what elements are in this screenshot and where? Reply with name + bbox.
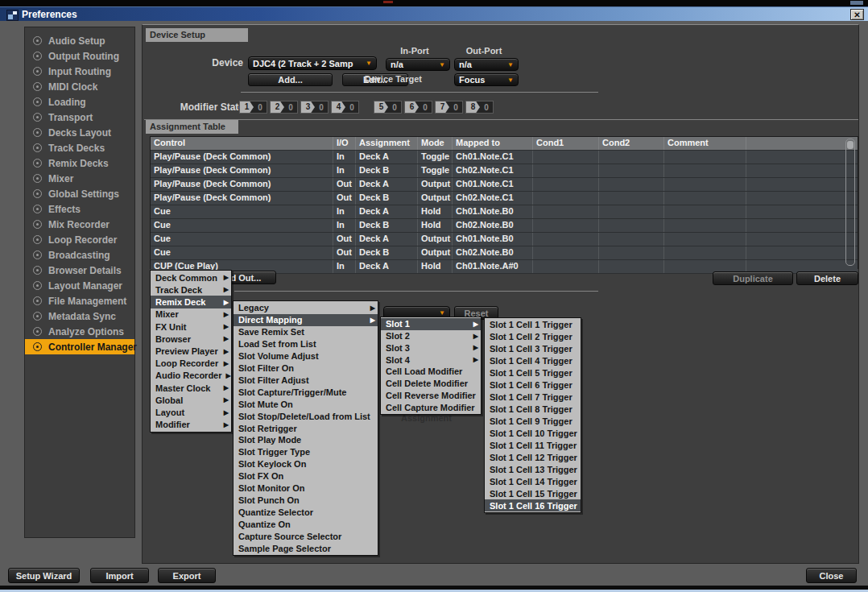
menu-item[interactable]: Slot Capture/Trigger/Mute — [234, 386, 378, 398]
modifier-state-widget[interactable]: 3 0 — [300, 101, 329, 114]
in-port-dropdown[interactable]: n/a ▼ — [386, 58, 450, 71]
menu-item[interactable]: Remix Deck — [151, 296, 231, 308]
menu-item[interactable]: Cell Load Modifier — [381, 366, 481, 378]
menu-item[interactable]: Legacy — [234, 302, 378, 314]
sidebar-item[interactable]: Controller Manager — [25, 339, 134, 354]
menu-item[interactable]: Deck Common — [151, 271, 231, 284]
menu-item[interactable]: Slot FX On — [234, 470, 378, 482]
scrollbar-thumb[interactable] — [847, 141, 854, 149]
sidebar-item[interactable]: Mixer — [25, 171, 134, 186]
column-header[interactable]: Mode — [418, 137, 453, 150]
menu-item[interactable]: Slot 1 Cell 13 Trigger — [485, 463, 581, 475]
menu-item[interactable]: Slot 1 Cell 1 Trigger — [485, 319, 581, 331]
menu-item[interactable]: Slot 2 — [381, 330, 481, 342]
menu-item[interactable]: Browser — [151, 333, 231, 345]
add-device-button[interactable]: Add... — [248, 73, 333, 86]
import-button[interactable]: Import — [90, 568, 149, 583]
modifier-state-widget[interactable]: 6 0 — [404, 101, 432, 114]
menu-item[interactable]: Load Set from List — [234, 338, 378, 350]
table-scrollbar[interactable] — [845, 139, 855, 266]
column-header[interactable]: Cond1 — [533, 137, 599, 150]
sidebar-item[interactable]: Mix Recorder — [25, 217, 134, 232]
table-row[interactable]: Play/Pause (Deck Common) In Deck A Toggl… — [151, 151, 858, 164]
menu-item[interactable]: Slot 1 Cell 11 Trigger — [485, 439, 581, 451]
menu-item[interactable]: Quantize Selector — [234, 506, 378, 518]
table-row[interactable]: Play/Pause (Deck Common) Out Deck B Outp… — [151, 192, 858, 205]
menu-item[interactable]: Track Deck — [151, 284, 231, 296]
menu-item[interactable]: Save Remix Set — [234, 326, 378, 338]
duplicate-button[interactable]: Duplicate — [713, 271, 793, 285]
delete-button[interactable]: Delete — [796, 271, 858, 285]
menu-item[interactable]: Slot Keylock On — [234, 458, 378, 470]
modifier-state-widget[interactable]: 4 0 — [331, 101, 359, 114]
menu-item[interactable]: Slot Mute On — [234, 398, 378, 410]
sidebar-item[interactable]: MIDI Clock — [25, 79, 134, 94]
close-window-button[interactable]: ✕ — [850, 9, 864, 20]
modifier-state-widget[interactable]: 8 0 — [465, 101, 494, 114]
menu-item[interactable]: Slot 1 — [381, 318, 481, 330]
menu-item[interactable]: Slot 3 — [381, 342, 481, 354]
menu-item[interactable]: Cell Reverse Modifier — [381, 390, 481, 402]
out-port-dropdown[interactable]: n/a ▼ — [454, 58, 519, 71]
sidebar-item[interactable]: File Management — [25, 293, 134, 308]
sidebar-item[interactable]: Loop Recorder — [25, 232, 134, 247]
column-header[interactable]: Control — [151, 137, 333, 150]
sidebar-item[interactable]: Analyze Options — [25, 324, 134, 339]
device-dropdown[interactable]: DJC4 (2 Track + 2 Samp ▼ — [248, 56, 377, 70]
menu-item[interactable]: Slot 1 Cell 8 Trigger — [485, 404, 581, 416]
menu-item[interactable]: Slot 1 Cell 9 Trigger — [485, 416, 581, 428]
table-row[interactable]: Cue In Deck A Hold Ch01.Note.B0 — [151, 205, 858, 219]
sidebar-item[interactable]: Broadcasting — [25, 247, 134, 263]
sidebar-item[interactable]: Metadata Sync — [25, 308, 134, 324]
sidebar-item[interactable]: Remix Decks — [25, 155, 134, 171]
export-button[interactable]: Export — [158, 568, 216, 583]
menu-item[interactable]: FX Unit — [151, 321, 231, 333]
modifier-state-widget[interactable]: 7 0 — [435, 101, 463, 114]
menu-item[interactable]: Slot 1 Cell 15 Trigger — [485, 487, 581, 499]
menu-item[interactable]: Master Clock — [151, 382, 231, 394]
table-row[interactable]: Play/Pause (Deck Common) In Deck B Toggl… — [151, 164, 858, 178]
sidebar-item[interactable]: Loading — [25, 94, 134, 110]
menu-item[interactable]: Cell Delete Modifier — [381, 378, 481, 390]
sidebar-item[interactable]: Global Settings — [25, 186, 134, 201]
sidebar-item[interactable]: Browser Details — [25, 263, 134, 278]
menu-item[interactable]: Slot Monitor On — [234, 482, 378, 495]
menu-item[interactable]: Sample Page Selector — [234, 542, 378, 554]
sidebar-item[interactable]: Decks Layout — [25, 125, 134, 140]
sidebar-item[interactable]: Track Decks — [25, 140, 134, 155]
menu-item[interactable]: Capture Source Selector — [234, 530, 378, 542]
menu-item[interactable]: Slot 1 Cell 10 Trigger — [485, 427, 581, 439]
table-row[interactable]: Play/Pause (Deck Common) Out Deck A Outp… — [151, 178, 858, 192]
menu-item[interactable]: Slot Volume Adjust — [234, 350, 378, 362]
menu-item[interactable]: Slot 1 Cell 12 Trigger — [485, 451, 581, 463]
menu-item[interactable]: Modifier — [151, 419, 231, 431]
menu-item[interactable]: Slot Retrigger — [234, 422, 378, 434]
modifier-state-widget[interactable]: 2 0 — [270, 101, 298, 114]
sidebar-item[interactable]: Audio Setup — [25, 33, 134, 48]
menu-item[interactable]: Slot 1 Cell 6 Trigger — [485, 379, 581, 391]
menu-item[interactable]: Mixer — [151, 308, 231, 321]
menu-item[interactable]: Slot Stop/Delete/Load from List — [234, 410, 378, 422]
menu-item[interactable]: Slot 1 Cell 14 Trigger — [485, 475, 581, 487]
modifier-state-widget[interactable]: 1 0 — [239, 101, 267, 114]
close-button[interactable]: Close — [806, 568, 857, 583]
menu-item[interactable]: Slot 1 Cell 4 Trigger — [485, 355, 581, 367]
device-target-dropdown[interactable]: Focus ▼ — [454, 73, 519, 86]
menu-item[interactable]: Preview Player — [151, 345, 231, 357]
table-row[interactable]: Cue Out Deck B Output Ch02.Note.B0 — [151, 246, 858, 260]
column-header[interactable]: Assignment — [356, 137, 418, 150]
menu-item[interactable]: Quantize On — [234, 518, 378, 530]
menu-item[interactable]: Layout — [151, 407, 231, 419]
table-row[interactable]: Cue In Deck B Hold Ch02.Note.B0 — [151, 219, 858, 233]
menu-item[interactable]: Slot Punch On — [234, 495, 378, 507]
menu-item[interactable]: Slot 1 Cell 2 Trigger — [485, 331, 581, 343]
sidebar-item[interactable]: Layout Manager — [25, 278, 134, 293]
menu-item[interactable]: Slot 1 Cell 16 Trigger — [485, 499, 581, 511]
menu-item[interactable]: Audio Recorder — [151, 370, 231, 382]
column-header[interactable]: Mapped to — [453, 137, 533, 150]
table-row[interactable]: Cue Out Deck A Output Ch01.Note.B0 — [151, 233, 858, 246]
menu-item[interactable]: Loop Recorder — [151, 358, 231, 370]
menu-item[interactable]: Slot 1 Cell 5 Trigger — [485, 367, 581, 379]
menu-item[interactable]: Slot Trigger Type — [234, 446, 378, 458]
menu-item[interactable]: Slot Play Mode — [234, 434, 378, 446]
